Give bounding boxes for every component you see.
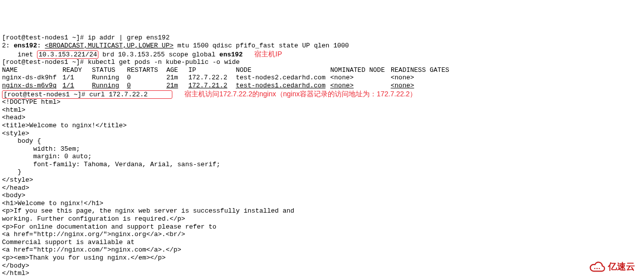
table-header: RESTARTS [127,66,166,74]
table-cell: 1/1 [62,82,92,90]
table-header: NODE [236,66,330,74]
curl-output-line: <title>Welcome to nginx!</title> [2,122,642,130]
table-header: NOMINATED NODE [330,66,391,74]
annotation-host-ip: 宿主机IP [254,50,282,58]
curl-output-line: <a href="http://nginx.org/">nginx.org</a… [2,231,642,239]
curl-output-line: <p>For online documentation and support … [2,223,642,231]
table-cell: 172.7.21.2 [188,82,236,90]
highlight-host-ip: 10.3.153.221/24 [37,50,98,59]
curl-output-line: working. Further configuration is requir… [2,215,642,223]
table-cell: 1/1 [62,74,92,82]
curl-output-line: margin: 0 auto; [2,153,642,161]
watermark-text: 亿速云 [608,262,635,273]
curl-output-line: </html> [2,270,642,278]
table-cell: test-nodes2.cedarhd.com [236,74,330,82]
table-cell: Running [92,74,127,82]
table-cell: nginx-ds-dk9hf [2,74,62,82]
shell-line: 2: ens192: <BROADCAST,MULTICAST,UP,LOWER… [2,42,642,50]
table-cell: 0 [127,74,166,82]
annotation-curl: 宿主机访问172.7.22.2的nginx（nginx容器记录的访问地址为：17… [184,90,417,98]
table-header: IP [188,66,236,74]
terminal-output: [root@test-nodes1 ~]# ip addr | grep ens… [2,34,642,277]
curl-output-line: </body> [2,262,642,270]
table-cell: <none> [391,74,446,82]
table-header: AGE [166,66,188,74]
highlight-curl-cmd: [root@test-nodes1 ~]# curl 172.7.22.2 [2,90,172,99]
svg-point-0 [594,268,595,269]
table-cell: 21m [166,74,188,82]
table-cell: <none> [330,82,391,90]
table-cell: <none> [330,74,391,82]
curl-output-line: Commercial support is available at [2,239,642,247]
shell-line: [root@test-nodes1 ~]# curl 172.7.22.2 宿主… [2,90,642,99]
cloud-logo-icon [588,260,606,274]
table-cell: test-nodes1.cedarhd.com [236,82,330,90]
table-cell: 172.7.22.2 [188,74,236,82]
curl-output-line: </style> [2,176,642,184]
curl-output-line: </head> [2,184,642,192]
table-cell: Running [92,82,127,90]
curl-output-line: font-family: Tahoma, Verdana, Arial, san… [2,161,642,169]
svg-point-2 [599,268,600,269]
curl-output-line: body { [2,137,642,145]
curl-output-line: <body> [2,192,642,200]
table-row: nginx-ds-m6v9q1/1Running021m172.7.21.2te… [2,82,642,90]
table-cell: nginx-ds-m6v9q [2,82,62,90]
table-header: READINESS GATES [391,66,446,74]
curl-output-line: <h1>Welcome to nginx!</h1> [2,200,642,208]
table-header-row: NAMEREADYSTATUSRESTARTSAGEIPNODENOMINATE… [2,66,642,74]
table-cell: 21m [166,82,188,90]
curl-output-line: <style> [2,130,642,138]
table-cell: 0 [127,82,166,90]
curl-output-line: } [2,168,642,176]
curl-output-line: <head> [2,114,642,122]
shell-line: [root@test-nodes1 ~]# kubectl get pods -… [2,58,642,66]
table-cell: <none> [391,82,446,90]
curl-output-line: <a href="http://nginx.com/">nginx.com</a… [2,246,642,254]
shell-line: inet 10.3.153.221/24 brd 10.3.153.255 sc… [2,50,642,59]
curl-output-line: <!DOCTYPE html> [2,98,642,106]
table-header: STATUS [92,66,127,74]
shell-line: [root@test-nodes1 ~]# ip addr | grep ens… [2,34,642,42]
watermark: 亿速云 [588,260,635,274]
table-header: READY [62,66,92,74]
curl-output-line: <p>If you see this page, the nginx web s… [2,207,642,215]
svg-point-1 [597,268,598,269]
curl-output-line: width: 35em; [2,145,642,153]
curl-output-line: <html> [2,106,642,114]
table-row: nginx-ds-dk9hf1/1Running021m172.7.22.2te… [2,74,642,82]
table-header: NAME [2,66,62,74]
curl-output-line: <p><em>Thank you for using nginx.</em></… [2,254,642,262]
